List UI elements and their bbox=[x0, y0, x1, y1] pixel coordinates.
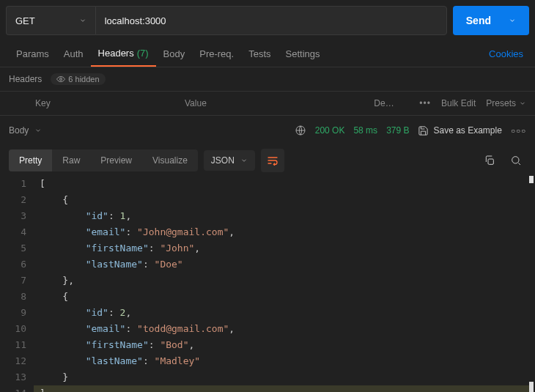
chevron-down-icon bbox=[240, 157, 248, 164]
cookies-link[interactable]: Cookies bbox=[486, 48, 526, 59]
send-button-label: Send bbox=[466, 15, 491, 26]
svg-rect-2 bbox=[488, 159, 493, 164]
column-description: De… bbox=[374, 98, 410, 108]
response-body-viewer[interactable]: 1234567891011121314 [ { "id": 1, "email"… bbox=[0, 176, 535, 392]
search-response-button[interactable] bbox=[506, 150, 526, 171]
presets-dropdown[interactable]: Presets bbox=[486, 98, 526, 108]
code-line: } bbox=[40, 369, 535, 385]
view-tab-raw[interactable]: Raw bbox=[52, 149, 90, 171]
view-tab-visualize[interactable]: Visualize bbox=[142, 149, 198, 171]
svg-point-3 bbox=[512, 157, 519, 163]
tab-settings[interactable]: Settings bbox=[278, 41, 328, 67]
tab-headers[interactable]: Headers (7) bbox=[91, 41, 156, 67]
http-method-label: GET bbox=[15, 15, 35, 26]
code-line: "firstName": "Bod", bbox=[40, 337, 535, 353]
view-tab-preview[interactable]: Preview bbox=[90, 149, 142, 171]
request-tabs: Params Auth Headers (7) Body Pre-req. Te… bbox=[0, 41, 535, 67]
code-line: [ bbox=[40, 176, 535, 192]
code-line: "email": "John@gmail.com", bbox=[40, 224, 535, 240]
code-line: "lastName": "Madley" bbox=[40, 353, 535, 369]
copy-response-button[interactable] bbox=[479, 150, 500, 171]
tab-auth[interactable]: Auth bbox=[56, 41, 91, 67]
response-time: 58 ms bbox=[353, 125, 377, 136]
headers-count: (7) bbox=[137, 48, 149, 59]
globe-icon[interactable] bbox=[295, 125, 306, 136]
hidden-headers-toggle[interactable]: 6 hidden bbox=[51, 73, 105, 85]
view-tab-pretty[interactable]: Pretty bbox=[9, 149, 52, 171]
line-gutter: 1234567891011121314 bbox=[0, 176, 34, 392]
code-line: "email": "todd@gmail.com", bbox=[40, 321, 535, 337]
svg-point-0 bbox=[60, 78, 62, 81]
code-line: "id": 2, bbox=[40, 305, 535, 321]
tab-params[interactable]: Params bbox=[9, 41, 56, 67]
column-value: Value bbox=[176, 98, 374, 108]
code-line: "firstName": "John", bbox=[40, 240, 535, 256]
bulk-edit-button[interactable]: Bulk Edit bbox=[441, 98, 476, 108]
response-size: 379 B bbox=[386, 125, 409, 136]
response-format-select[interactable]: JSON bbox=[204, 150, 255, 171]
send-button[interactable]: Send bbox=[453, 6, 529, 35]
tab-tests[interactable]: Tests bbox=[241, 41, 278, 67]
wrap-lines-button[interactable] bbox=[261, 149, 284, 172]
save-as-example-button[interactable]: Save as Example bbox=[418, 125, 501, 136]
column-key: Key bbox=[0, 98, 176, 108]
code-line: ] bbox=[40, 385, 535, 392]
response-body-dropdown[interactable]: Body bbox=[9, 125, 42, 136]
code-line: { bbox=[40, 289, 535, 305]
response-more-button[interactable]: ○○○ bbox=[511, 127, 526, 135]
tab-body[interactable]: Body bbox=[156, 41, 193, 67]
eye-icon bbox=[56, 75, 65, 84]
headers-table-head: Key Value De… ••• Bulk Edit Presets bbox=[0, 91, 535, 116]
wrap-icon bbox=[267, 155, 278, 166]
code-line: "id": 1, bbox=[40, 208, 535, 224]
code-line: "lastName": "Doe" bbox=[40, 256, 535, 273]
copy-icon bbox=[484, 155, 495, 166]
response-view-tabs: Pretty Raw Preview Visualize bbox=[9, 149, 198, 171]
tab-prerequest[interactable]: Pre-req. bbox=[192, 41, 241, 67]
chevron-down-icon bbox=[519, 100, 526, 107]
request-url-input[interactable] bbox=[95, 6, 447, 35]
search-icon bbox=[510, 155, 522, 166]
headers-title: Headers bbox=[9, 74, 42, 84]
code-line: }, bbox=[40, 273, 535, 289]
code-line: { bbox=[40, 192, 535, 208]
chevron-down-icon bbox=[509, 17, 516, 24]
response-status: 200 OK bbox=[315, 125, 345, 136]
http-method-select[interactable]: GET bbox=[6, 6, 95, 35]
save-icon bbox=[418, 125, 429, 136]
chevron-down-icon bbox=[34, 127, 42, 134]
more-columns-button[interactable]: ••• bbox=[419, 98, 431, 108]
chevron-down-icon bbox=[79, 17, 86, 24]
